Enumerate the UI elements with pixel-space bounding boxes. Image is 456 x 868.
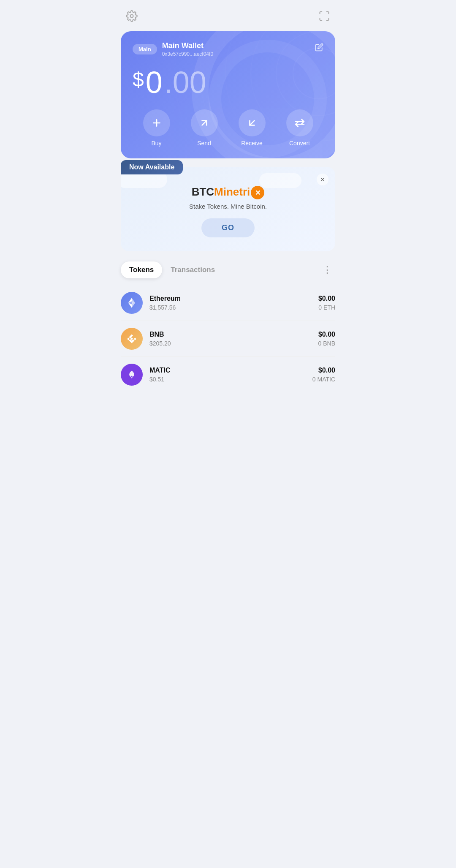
top-bar bbox=[114, 0, 342, 28]
matic-usd: $0.00 bbox=[312, 367, 335, 374]
send-icon-circle bbox=[191, 109, 218, 136]
tab-tokens[interactable]: Tokens bbox=[121, 261, 162, 278]
tabs-header: Tokens Transactions ⋮ bbox=[121, 261, 335, 278]
edit-icon[interactable] bbox=[315, 43, 323, 53]
scan-icon[interactable] bbox=[317, 8, 332, 24]
bnb-usd: $0.00 bbox=[318, 331, 335, 338]
balance-whole: 0 bbox=[146, 67, 163, 98]
tab-transactions[interactable]: Transactions bbox=[162, 261, 223, 278]
tabs-more-icon[interactable]: ⋮ bbox=[319, 263, 335, 277]
promo-content: BTCMinetri✕ Stake Tokens. Mine Bitcoin. … bbox=[131, 185, 325, 237]
wallet-header: Main Main Wallet 0x3e57c990...aecf04f0 bbox=[133, 41, 323, 57]
bnb-icon bbox=[121, 328, 143, 350]
convert-label: Convert bbox=[289, 140, 310, 147]
matic-name: MATIC bbox=[149, 367, 306, 374]
action-buttons: Buy Send Receive bbox=[133, 109, 323, 147]
promo-subtitle: Stake Tokens. Mine Bitcoin. bbox=[131, 203, 325, 210]
eth-info: Ethereum $1,557.56 bbox=[149, 295, 312, 311]
wallet-name-block: Main Wallet 0x3e57c990...aecf04f0 bbox=[162, 41, 213, 57]
send-button[interactable]: Send bbox=[180, 109, 228, 147]
promo-x-icon: ✕ bbox=[251, 186, 264, 199]
main-badge: Main bbox=[133, 44, 157, 54]
now-available-badge: Now Available bbox=[121, 160, 183, 174]
matic-amount: 0 MATIC bbox=[312, 376, 335, 383]
svg-line-9 bbox=[202, 121, 206, 125]
buy-label: Buy bbox=[151, 140, 161, 147]
tabs-section: Tokens Transactions ⋮ bbox=[121, 261, 335, 278]
matic-icon bbox=[121, 364, 143, 386]
eth-name: Ethereum bbox=[149, 295, 312, 302]
settings-icon[interactable] bbox=[124, 8, 139, 24]
send-label: Send bbox=[197, 140, 211, 147]
receive-icon-circle bbox=[239, 109, 266, 136]
wallet-name: Main Wallet bbox=[162, 41, 213, 50]
convert-button[interactable]: Convert bbox=[276, 109, 323, 147]
now-available-section: Now Available ✕ BTCMinetri✕ Stake Tokens… bbox=[121, 167, 335, 251]
matic-info: MATIC $0.51 bbox=[149, 367, 306, 383]
bnb-price: $205.20 bbox=[149, 340, 312, 347]
eth-balance: $0.00 0 ETH bbox=[318, 295, 335, 311]
convert-icon-circle bbox=[286, 109, 313, 136]
svg-point-0 bbox=[130, 15, 133, 18]
matic-price: $0.51 bbox=[149, 376, 306, 383]
token-item-matic[interactable]: MATIC $0.51 $0.00 0 MATIC bbox=[121, 357, 335, 392]
balance-dollar-sign: $ bbox=[133, 70, 144, 90]
receive-label: Receive bbox=[241, 140, 263, 147]
svg-point-19 bbox=[131, 374, 133, 376]
balance-display: $ 0.00 bbox=[133, 67, 323, 98]
bnb-name: BNB bbox=[149, 331, 312, 338]
go-button[interactable]: GO bbox=[201, 218, 255, 237]
balance-cents: .00 bbox=[164, 67, 206, 98]
buy-icon-circle bbox=[143, 109, 170, 136]
receive-button[interactable]: Receive bbox=[228, 109, 276, 147]
promo-btc: BTC bbox=[192, 185, 214, 198]
svg-line-10 bbox=[250, 121, 254, 125]
buy-button[interactable]: Buy bbox=[133, 109, 180, 147]
bnb-balance: $0.00 0 BNB bbox=[318, 331, 335, 347]
eth-amount: 0 ETH bbox=[318, 304, 335, 311]
token-item-bnb[interactable]: BNB $205.20 $0.00 0 BNB bbox=[121, 321, 335, 357]
eth-usd: $0.00 bbox=[318, 295, 335, 302]
wallet-header-left: Main Main Wallet 0x3e57c990...aecf04f0 bbox=[133, 41, 213, 57]
matic-balance: $0.00 0 MATIC bbox=[312, 367, 335, 383]
bnb-amount: 0 BNB bbox=[318, 340, 335, 347]
eth-price: $1,557.56 bbox=[149, 304, 312, 311]
eth-icon bbox=[121, 292, 143, 314]
token-item-eth[interactable]: Ethereum $1,557.56 $0.00 0 ETH bbox=[121, 285, 335, 321]
promo-brand: Minetri bbox=[214, 185, 250, 198]
promo-title: BTCMinetri✕ bbox=[131, 185, 325, 199]
wallet-card: Main Main Wallet 0x3e57c990...aecf04f0 $… bbox=[121, 31, 335, 158]
bnb-info: BNB $205.20 bbox=[149, 331, 312, 347]
promo-card: ✕ BTCMinetri✕ Stake Tokens. Mine Bitcoin… bbox=[121, 167, 335, 251]
wallet-address: 0x3e57c990...aecf04f0 bbox=[162, 51, 213, 57]
token-list: Ethereum $1,557.56 $0.00 0 ETH BNB $205.… bbox=[121, 285, 335, 392]
